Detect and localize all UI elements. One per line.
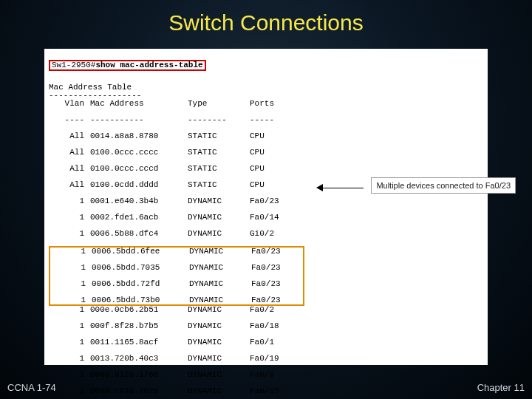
table-row: All0100.0ccc.cccdSTATICCPU — [49, 165, 483, 173]
shell-prompt: Sw1-2950# — [52, 61, 95, 69]
callout-arrow-line — [322, 188, 364, 188]
terminal-panel: Sw1-2950#show mac-address-table Mac Addr… — [44, 49, 488, 365]
shell-command: show mac-address-table — [95, 61, 202, 69]
callout-box: Multiple devices connected to Fa0/23 — [371, 177, 516, 194]
footer-left: CCNA 1-74 — [7, 382, 56, 393]
table-row: 10013.720b.40c3DYNAMICFa0/19 — [49, 355, 483, 363]
table-row: 10001.e640.3b4bDYNAMICFa0/23 — [49, 197, 483, 205]
callout-arrow-head — [316, 184, 323, 191]
table-row: 10006.5bdd.6feeDYNAMICFa0/23 — [50, 248, 303, 256]
table-row: 1000f.8f28.b7b5DYNAMICFa0/18 — [49, 322, 483, 330]
table-row: 10002.fde1.6acbDYNAMICFa0/14 — [49, 214, 483, 222]
highlighted-rows: 10006.5bdd.6feeDYNAMICFa0/23 10006.5bdd.… — [49, 246, 304, 306]
rows-after-highlight: 1000e.0cb6.2b51DYNAMICFa0/2 1000f.8f28.b… — [49, 306, 483, 399]
table-row: All0014.a8a8.8780STATICCPU — [49, 132, 483, 140]
column-header-underline: ---------------------------- — [49, 116, 483, 124]
table-row: 100a0.c949.702aDYNAMICFa0/15 — [49, 387, 483, 395]
table-row: 10006.5bdd.72fdDYNAMICFa0/23 — [50, 280, 303, 288]
slide-title: Switch Connections — [0, 0, 532, 43]
table-row: 10006.5bdd.7035DYNAMICFa0/23 — [50, 264, 303, 272]
table-row: All0100.0ccc.ccccSTATICCPU — [49, 149, 483, 157]
terminal-output: Sw1-2950#show mac-address-table Mac Addr… — [44, 49, 488, 399]
table-row: 10011.1165.8acfDYNAMICFa0/1 — [49, 338, 483, 347]
table-row: 1000e.0cb6.2b51DYNAMICFa0/2 — [49, 306, 483, 314]
command-box: Sw1-2950#show mac-address-table — [49, 60, 206, 71]
table-row: 10006.5b88.dfc4DYNAMICGi0/2 — [49, 230, 483, 238]
table-row: 10080.9120.1766DYNAMICFa0/8 — [49, 371, 483, 379]
column-headers: VlanMac AddressTypePorts — [49, 100, 483, 108]
footer-right: Chapter 11 — [477, 382, 525, 393]
table-row: 10006.5bdd.73b0DYNAMICFa0/23 — [50, 296, 303, 304]
